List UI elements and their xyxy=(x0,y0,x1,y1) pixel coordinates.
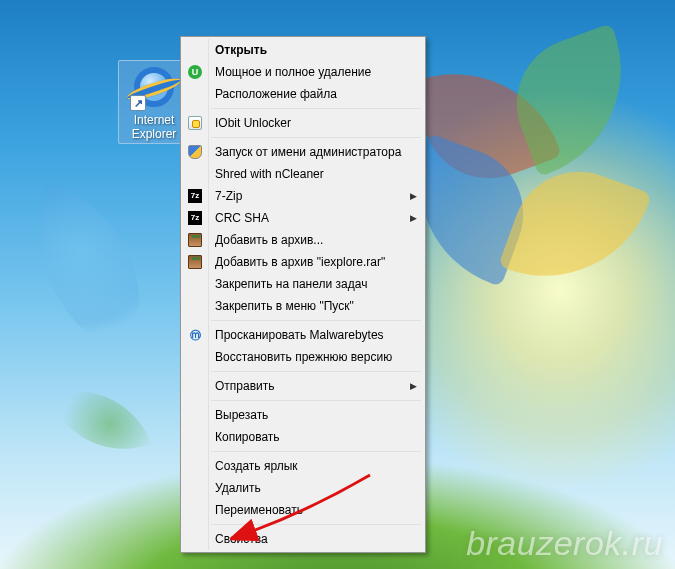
winrar-icon xyxy=(187,232,203,248)
menu-separator xyxy=(211,400,421,401)
ie-icon: ↗ xyxy=(132,65,176,109)
menu-item-add-to-archive[interactable]: Добавить в архив... xyxy=(183,229,423,251)
menu-item-create-shortcut[interactable]: Создать ярлык xyxy=(183,455,423,477)
menu-item-file-location[interactable]: Расположение файла xyxy=(183,83,423,105)
shortcut-overlay-icon: ↗ xyxy=(130,95,146,111)
menu-item-label: 7-Zip xyxy=(215,189,242,203)
menu-separator xyxy=(211,137,421,138)
submenu-arrow-icon: ▶ xyxy=(410,213,417,223)
menu-item-add-to-archive-named[interactable]: Добавить в архив "iexplore.rar" xyxy=(183,251,423,273)
unlock-icon xyxy=(187,115,203,131)
menu-separator xyxy=(211,451,421,452)
menu-item-label: Расположение файла xyxy=(215,87,337,101)
menu-item-run-as-admin[interactable]: Запуск от имени администратора xyxy=(183,141,423,163)
menu-item-scan-malwarebytes[interactable]: ⓜ Просканировать Malwarebytes xyxy=(183,324,423,346)
menu-item-label: Просканировать Malwarebytes xyxy=(215,328,384,342)
menu-item-iobit-unlocker[interactable]: IObit Unlocker xyxy=(183,112,423,134)
iobit-uninstaller-icon: U xyxy=(187,64,203,80)
menu-item-label: Закрепить в меню "Пуск" xyxy=(215,299,354,313)
menu-item-label: Переименовать xyxy=(215,503,303,517)
wallpaper-petal-yellow xyxy=(498,153,652,307)
7zip-icon: 7z xyxy=(187,210,203,226)
menu-item-label: Создать ярлык xyxy=(215,459,298,473)
menu-separator xyxy=(211,524,421,525)
menu-item-label: Закрепить на панели задач xyxy=(215,277,367,291)
menu-item-label: Копировать xyxy=(215,430,280,444)
menu-separator xyxy=(211,108,421,109)
menu-item-rename[interactable]: Переименовать xyxy=(183,499,423,521)
menu-item-properties[interactable]: Свойства xyxy=(183,528,423,550)
menu-item-delete[interactable]: Удалить xyxy=(183,477,423,499)
menu-item-label: Добавить в архив... xyxy=(215,233,323,247)
menu-item-label: Вырезать xyxy=(215,408,268,422)
menu-item-copy[interactable]: Копировать xyxy=(183,426,423,448)
menu-item-send-to[interactable]: Отправить ▶ xyxy=(183,375,423,397)
menu-item-label: Мощное и полное удаление xyxy=(215,65,371,79)
menu-item-label: Shred with nCleaner xyxy=(215,167,324,181)
menu-item-restore-previous[interactable]: Восстановить прежнюю версию xyxy=(183,346,423,368)
wallpaper-leaf xyxy=(49,369,152,472)
menu-item-full-uninstall[interactable]: U Мощное и полное удаление xyxy=(183,61,423,83)
menu-item-cut[interactable]: Вырезать xyxy=(183,404,423,426)
menu-separator xyxy=(211,320,421,321)
menu-item-label: Добавить в архив "iexplore.rar" xyxy=(215,255,385,269)
menu-item-pin-start[interactable]: Закрепить в меню "Пуск" xyxy=(183,295,423,317)
menu-item-crc-sha[interactable]: 7z CRC SHA ▶ xyxy=(183,207,423,229)
watermark-text: brauzerok.ru xyxy=(466,524,663,563)
menu-item-label: Запуск от имени администратора xyxy=(215,145,401,159)
winrar-icon xyxy=(187,254,203,270)
menu-separator xyxy=(211,371,421,372)
menu-item-pin-taskbar[interactable]: Закрепить на панели задач xyxy=(183,273,423,295)
desktop-icon-label: Internet Explorer xyxy=(121,113,187,141)
submenu-arrow-icon: ▶ xyxy=(410,381,417,391)
menu-item-label: Удалить xyxy=(215,481,261,495)
menu-item-label: IObit Unlocker xyxy=(215,116,291,130)
menu-item-shred-ncleaner[interactable]: Shred with nCleaner xyxy=(183,163,423,185)
menu-item-7zip[interactable]: 7z 7-Zip ▶ xyxy=(183,185,423,207)
menu-item-label: Открыть xyxy=(215,43,267,57)
menu-item-label: Восстановить прежнюю версию xyxy=(215,350,392,364)
uac-shield-icon xyxy=(187,144,203,160)
malwarebytes-icon: ⓜ xyxy=(187,327,203,343)
menu-item-label: Свойства xyxy=(215,532,268,546)
menu-item-open[interactable]: Открыть xyxy=(183,39,423,61)
7zip-icon: 7z xyxy=(187,188,203,204)
menu-item-label: Отправить xyxy=(215,379,275,393)
wallpaper-leaf xyxy=(0,180,179,359)
menu-item-label: CRC SHA xyxy=(215,211,269,225)
context-menu: Открыть U Мощное и полное удаление Распо… xyxy=(180,36,426,553)
submenu-arrow-icon: ▶ xyxy=(410,191,417,201)
